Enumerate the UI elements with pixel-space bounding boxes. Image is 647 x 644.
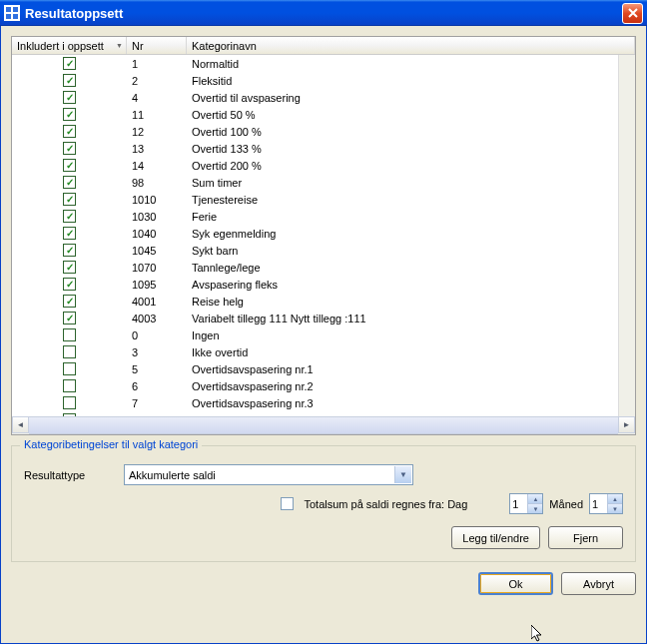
dag-spinner[interactable]: 1 ▲▼ — [509, 493, 543, 514]
table-row[interactable]: ✓12Overtid 100 % — [12, 123, 635, 140]
maned-label: Måned — [549, 498, 583, 510]
cell-inkludert: ✓ — [12, 57, 127, 70]
cell-kategori: Ferie — [187, 211, 635, 223]
cell-nr: 1030 — [127, 211, 187, 223]
svg-rect-2 — [13, 7, 18, 12]
row-checkbox[interactable]: ✓ — [63, 142, 76, 155]
spin-down-icon[interactable]: ▼ — [607, 504, 622, 513]
svg-rect-4 — [13, 14, 18, 19]
cell-inkludert — [12, 379, 127, 392]
cell-inkludert: ✓ — [12, 210, 127, 223]
cell-nr: 7 — [127, 397, 187, 409]
table-row[interactable]: ✓14Overtid 200 % — [12, 157, 635, 174]
spin-up-icon[interactable]: ▲ — [527, 494, 542, 504]
scroll-left-button[interactable]: ◄ — [12, 416, 29, 433]
close-button[interactable] — [622, 3, 643, 24]
fjern-button[interactable]: Fjern — [548, 526, 623, 549]
cell-inkludert — [12, 328, 127, 341]
table-row[interactable]: 6Overtidsavspasering nr.2 — [12, 377, 635, 394]
fieldset-buttons: Legg til/endre Fjern — [24, 526, 623, 549]
row-checkbox[interactable]: ✓ — [63, 295, 76, 308]
ok-button[interactable]: Ok — [478, 572, 553, 595]
cell-inkludert: ✓ — [12, 227, 127, 240]
cell-inkludert: ✓ — [12, 176, 127, 189]
combo-arrow-icon: ▼ — [394, 466, 411, 483]
cell-nr: 11 — [127, 109, 187, 121]
header-kategori[interactable]: Kategorinavn — [187, 37, 635, 54]
row-checkbox[interactable]: ✓ — [63, 176, 76, 189]
table-row[interactable]: 0Ingen — [12, 326, 635, 343]
window-title: Resultatoppsett — [25, 6, 622, 21]
table-row[interactable]: ✓2Fleksitid — [12, 72, 635, 89]
cell-nr: 4003 — [127, 313, 187, 324]
row-checkbox[interactable]: ✓ — [63, 74, 76, 87]
horizontal-scrollbar[interactable]: ◄ ► — [12, 416, 635, 434]
table-row[interactable]: ✓4003Variabelt tillegg 111 Nytt tillegg … — [12, 310, 635, 326]
scroll-right-button[interactable]: ► — [618, 416, 635, 433]
table-row[interactable]: ✓1095Avspasering fleks — [12, 276, 635, 293]
svg-rect-3 — [6, 14, 11, 19]
cell-inkludert: ✓ — [12, 91, 127, 104]
row-checkbox[interactable]: ✓ — [63, 159, 76, 172]
table-row[interactable]: ✓11Overtid 50 % — [12, 106, 635, 123]
table-row[interactable]: 5Overtidsavspasering nr.1 — [12, 360, 635, 377]
cell-inkludert — [12, 396, 127, 409]
row-checkbox[interactable] — [63, 396, 76, 409]
row-checkbox[interactable]: ✓ — [63, 108, 76, 121]
cell-nr: 14 — [127, 160, 187, 172]
fieldset-legend: Kategoribetingelser til valgt kategori — [20, 438, 202, 450]
cell-nr: 98 — [127, 177, 187, 189]
dialog-content: Inkludert i oppsett ▼ Nr Kategorinavn ✓1… — [0, 26, 647, 644]
row-checkbox[interactable] — [63, 379, 76, 392]
cell-nr: 1045 — [127, 245, 187, 257]
titlebar: Resultatoppsett — [0, 0, 647, 26]
spin-up-icon[interactable]: ▲ — [607, 494, 622, 504]
legg-til-endre-button[interactable]: Legg til/endre — [451, 526, 540, 549]
table-row[interactable]: 7Overtidsavspasering nr.3 — [12, 394, 635, 411]
cell-kategori: Overtid 200 % — [187, 160, 635, 172]
row-checkbox[interactable]: ✓ — [63, 227, 76, 240]
cell-inkludert: ✓ — [12, 108, 127, 121]
totalsum-checkbox[interactable] — [281, 497, 294, 510]
row-checkbox[interactable]: ✓ — [63, 261, 76, 274]
header-inkludert[interactable]: Inkludert i oppsett ▼ — [12, 37, 127, 54]
table-row[interactable]: ✓98Sum timer — [12, 174, 635, 191]
cell-kategori: Tjenestereise — [187, 194, 635, 206]
table-row[interactable]: ✓4Overtid til avspasering — [12, 89, 635, 106]
avbryt-button[interactable]: Avbryt — [561, 572, 636, 595]
spin-down-icon[interactable]: ▼ — [527, 504, 542, 513]
table-row[interactable]: ✓1040Syk egenmelding — [12, 225, 635, 242]
row-checkbox[interactable] — [63, 345, 76, 358]
row-checkbox[interactable]: ✓ — [63, 312, 76, 324]
row-checkbox[interactable]: ✓ — [63, 125, 76, 138]
cell-kategori: Fleksitid — [187, 75, 635, 87]
row-checkbox[interactable] — [63, 328, 76, 341]
row-checkbox[interactable]: ✓ — [63, 91, 76, 104]
grid-body: ✓1Normaltid✓2Fleksitid✓4Overtid til avsp… — [12, 55, 635, 416]
maned-spinner[interactable]: 1 ▲▼ — [589, 493, 623, 514]
row-checkbox[interactable] — [63, 362, 76, 375]
cell-kategori: Tannlege/lege — [187, 262, 635, 274]
row-checkbox[interactable]: ✓ — [63, 278, 76, 291]
row-checkbox[interactable]: ✓ — [63, 57, 76, 70]
row-checkbox[interactable]: ✓ — [63, 244, 76, 257]
cell-inkludert: ✓ — [12, 142, 127, 155]
sort-indicator-icon: ▼ — [116, 42, 123, 49]
resultattype-combo[interactable]: Akkumulerte saldi ▼ — [124, 464, 413, 485]
cell-kategori: Ikke overtid — [187, 346, 635, 358]
vertical-scrollbar[interactable] — [618, 55, 635, 416]
grid-header: Inkludert i oppsett ▼ Nr Kategorinavn — [12, 37, 635, 55]
table-row[interactable]: ✓1045Sykt barn — [12, 242, 635, 259]
table-row[interactable]: ✓4001Reise helg — [12, 293, 635, 310]
table-row[interactable]: 3Ikke overtid — [12, 343, 635, 360]
table-row[interactable]: ✓1030Ferie — [12, 208, 635, 225]
row-checkbox[interactable]: ✓ — [63, 210, 76, 223]
table-row[interactable]: ✓1010Tjenestereise — [12, 191, 635, 208]
table-row[interactable]: ✓1070Tannlege/lege — [12, 259, 635, 276]
table-row[interactable]: ✓13Overtid 133 % — [12, 140, 635, 157]
table-row[interactable]: ✓1Normaltid — [12, 55, 635, 72]
header-nr[interactable]: Nr — [127, 37, 187, 54]
cell-kategori: Sykt barn — [187, 245, 635, 257]
scroll-track[interactable] — [29, 416, 618, 434]
row-checkbox[interactable]: ✓ — [63, 193, 76, 206]
